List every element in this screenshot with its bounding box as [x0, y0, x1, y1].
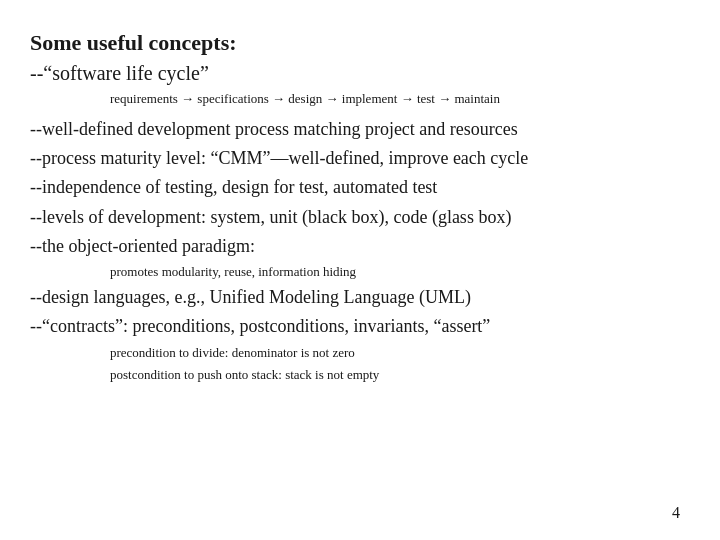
slide-subtitle: --“software life cycle” — [30, 62, 680, 85]
bullet-5: --the object-oriented paradigm: — [30, 234, 680, 259]
bullet-1: --well-defined development process match… — [30, 117, 680, 142]
lifecycle-row: requirements → specifications → design →… — [110, 91, 680, 107]
slide-title: Some useful concepts: — [30, 30, 680, 56]
slide: Some useful concepts: --“software life c… — [0, 0, 720, 540]
bullet-4: --levels of development: system, unit (b… — [30, 205, 680, 230]
contracts-subbullet-1: precondition to divide: denominator is n… — [110, 344, 680, 362]
bullet-7: --“contracts”: preconditions, postcondit… — [30, 314, 680, 339]
oo-subbullet: promotes modularity, reuse, information … — [110, 263, 680, 281]
page-number: 4 — [672, 504, 680, 522]
bullet-2: --process maturity level: “CMM”—well-def… — [30, 146, 680, 171]
contracts-subbullet-2: postcondition to push onto stack: stack … — [110, 366, 680, 384]
bullet-3: --independence of testing, design for te… — [30, 175, 680, 200]
bullet-6: --design languages, e.g., Unified Modeli… — [30, 285, 680, 310]
